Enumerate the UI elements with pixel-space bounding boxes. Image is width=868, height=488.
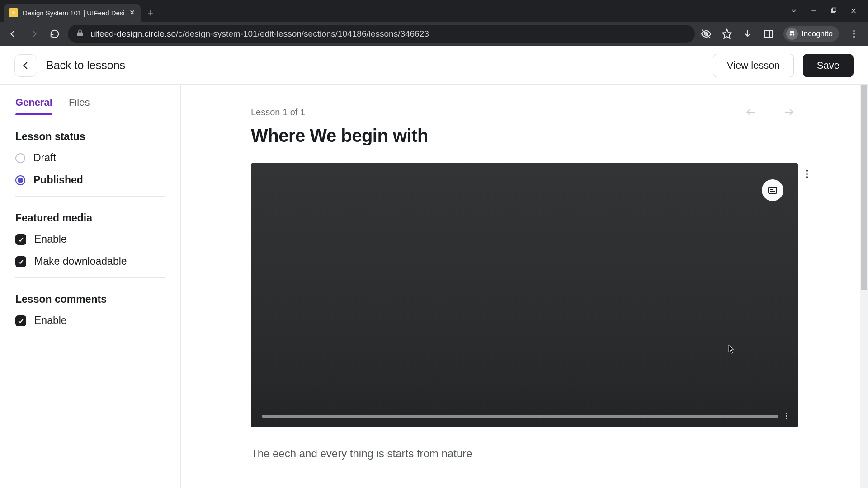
checkbox-checked-icon: [15, 256, 26, 267]
media-settings-icon[interactable]: [786, 413, 787, 419]
tab-files[interactable]: Files: [69, 94, 90, 115]
svg-rect-1: [831, 9, 835, 12]
view-lesson-button[interactable]: View lesson: [713, 54, 794, 77]
reload-button[interactable]: [47, 26, 62, 42]
checkbox-checked-icon: [15, 315, 26, 326]
close-tab-icon[interactable]: ✕: [129, 9, 135, 17]
incognito-chip[interactable]: Incognito: [783, 26, 839, 42]
window-controls: [779, 0, 868, 22]
divider: [15, 277, 165, 278]
favicon-icon: ✦: [9, 8, 18, 17]
star-icon[interactable]: [721, 28, 733, 40]
divider: [15, 196, 165, 197]
divider: [15, 337, 165, 337]
back-to-lessons-button[interactable]: [14, 54, 37, 77]
browser-menu-icon[interactable]: [848, 28, 860, 40]
forward-button[interactable]: [26, 26, 42, 42]
side-panel-icon[interactable]: [763, 28, 774, 40]
comments-enable-label: Enable: [34, 314, 67, 327]
main-content: Lesson 1 of 1 Where We begin with: [181, 85, 868, 488]
featured-enable-label: Enable: [34, 233, 67, 245]
tab-general[interactable]: General: [15, 94, 52, 115]
close-window-icon[interactable]: [850, 7, 857, 14]
browser-tab-strip: ✦ Design System 101 | UIFeed Desi ✕ ＋: [0, 0, 868, 22]
address-bar[interactable]: uifeed-design.circle.so/c/design-system-…: [68, 25, 695, 43]
status-draft-label: Draft: [33, 152, 56, 164]
lesson-body-text[interactable]: The eech and every thing is starts from …: [251, 447, 798, 460]
media-block-menu-icon[interactable]: [801, 168, 813, 180]
scrollbar-thumb[interactable]: [861, 85, 867, 290]
chevron-down-icon[interactable]: [790, 7, 797, 14]
minimize-window-icon[interactable]: [810, 7, 817, 14]
svg-point-10: [790, 33, 792, 36]
download-icon[interactable]: [742, 28, 754, 40]
svg-point-14: [853, 36, 855, 38]
featured-downloadable-option[interactable]: Make downloadable: [15, 255, 165, 267]
url-text: uifeed-design.circle.so/c/design-system-…: [90, 29, 429, 39]
incognito-label: Incognito: [802, 29, 833, 38]
sidebar-tabs: General Files: [15, 94, 165, 115]
media-progress: [262, 413, 787, 419]
browser-toolbar: uifeed-design.circle.so/c/design-system-…: [0, 22, 868, 46]
new-tab-button[interactable]: ＋: [144, 6, 157, 19]
lesson-status-title: Lesson status: [15, 131, 165, 143]
status-draft-option[interactable]: Draft: [15, 152, 165, 164]
svg-point-12: [853, 30, 855, 32]
checkbox-checked-icon: [15, 234, 26, 245]
app-header: Back to lessons View lesson Save: [0, 46, 868, 85]
radio-unchecked-icon: [15, 153, 25, 163]
back-button[interactable]: [5, 26, 21, 42]
featured-downloadable-label: Make downloadable: [34, 255, 127, 267]
status-published-option[interactable]: Published: [15, 174, 165, 186]
tab-title: Design System 101 | UIFeed Desi: [23, 9, 125, 17]
svg-rect-17: [769, 187, 777, 193]
progress-bar[interactable]: [262, 415, 778, 418]
back-to-lessons-label: Back to lessons: [46, 59, 125, 72]
captions-button[interactable]: [762, 179, 783, 201]
featured-media-title: Featured media: [15, 212, 165, 224]
svg-marker-7: [722, 29, 731, 38]
eye-off-icon[interactable]: [700, 28, 712, 40]
comments-enable-option[interactable]: Enable: [15, 314, 165, 327]
svg-point-13: [853, 33, 855, 35]
svg-point-11: [793, 33, 795, 36]
next-lesson-button[interactable]: [780, 103, 798, 121]
svg-rect-2: [832, 8, 836, 11]
featured-enable-option[interactable]: Enable: [15, 233, 165, 245]
lesson-comments-title: Lesson comments: [15, 293, 165, 305]
svg-rect-8: [764, 30, 773, 38]
prev-lesson-button[interactable]: [742, 103, 760, 121]
lock-icon: [76, 29, 84, 39]
incognito-icon: [786, 28, 798, 40]
lesson-title[interactable]: Where We begin with: [251, 126, 798, 146]
radio-checked-icon: [15, 175, 25, 185]
sidebar: General Files Lesson status Draft Publis…: [0, 85, 181, 488]
status-published-label: Published: [33, 174, 83, 186]
save-button[interactable]: Save: [803, 54, 854, 77]
featured-media-block[interactable]: [251, 163, 798, 427]
scrollbar-track[interactable]: [860, 85, 868, 488]
maximize-window-icon[interactable]: [830, 7, 837, 14]
browser-tab[interactable]: ✦ Design System 101 | UIFeed Desi ✕: [4, 4, 141, 22]
lesson-position: Lesson 1 of 1: [251, 107, 305, 117]
